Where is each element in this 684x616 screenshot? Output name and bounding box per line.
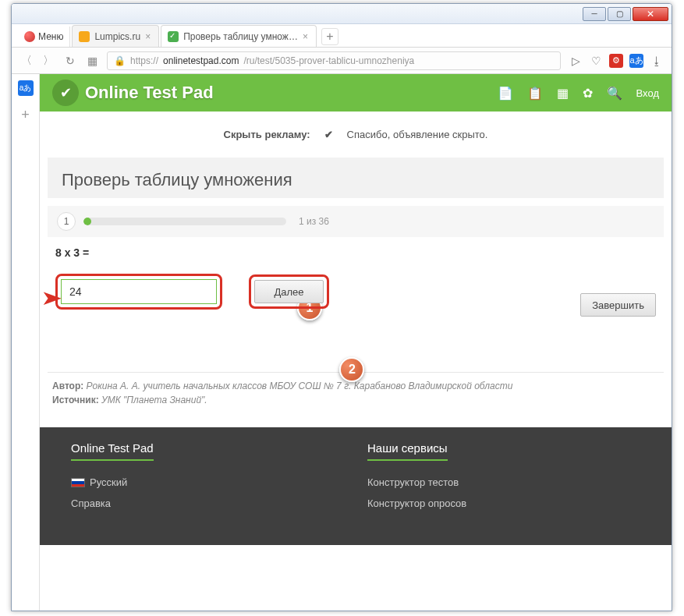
- progress-row: 1 1 из 36: [48, 206, 664, 237]
- login-link[interactable]: Вход: [636, 87, 659, 99]
- body-area: aあ + ✔ Online Test Pad 📄 📋 ▦ ✿ 🔍 Вход: [12, 74, 672, 611]
- download-icon[interactable]: ⭳: [650, 54, 664, 68]
- test-title-panel: Проверь таблицу умножения: [48, 158, 664, 198]
- tab-strip: Меню Lumpics.ru × Проверь таблицу умнож……: [12, 24, 672, 48]
- service-tests-link[interactable]: Конструктор тестов: [367, 472, 601, 493]
- author-label: Автор:: [52, 381, 83, 391]
- search-icon[interactable]: 🔍: [607, 86, 622, 101]
- extension-icon[interactable]: ⚙: [609, 54, 623, 68]
- forward-button[interactable]: 〉: [41, 54, 55, 68]
- service-surveys-link[interactable]: Конструктор опросов: [367, 493, 601, 514]
- url-scheme: https://: [130, 55, 158, 66]
- new-tab-button[interactable]: +: [321, 28, 338, 45]
- tab-label: Проверь таблицу умнож…: [183, 31, 298, 42]
- tab-close-icon[interactable]: ×: [145, 31, 151, 42]
- answer-wrap: 1: [55, 274, 222, 310]
- page-content: ✔ Online Test Pad 📄 📋 ▦ ✿ 🔍 Вход Скрыть …: [40, 74, 672, 611]
- progress-text: 1 из 36: [299, 216, 329, 227]
- help-link[interactable]: Справка: [71, 493, 305, 514]
- next-wrap: Далее 2: [249, 274, 328, 309]
- url-path: /ru/test/5035-prover-tablicu-umnozheniya: [243, 55, 414, 66]
- ad-thanks: Спасибо, объявление скрыто.: [347, 129, 488, 140]
- browser-window: ─ ▢ ✕ Меню Lumpics.ru × Проверь таблицу …: [11, 3, 672, 611]
- favicon-icon: [168, 31, 179, 42]
- source-row: Источник: УМК "Планета Знаний".: [52, 395, 659, 405]
- translate-icon[interactable]: aあ: [629, 54, 643, 68]
- tab-lumpics[interactable]: Lumpics.ru ×: [72, 25, 159, 47]
- close-button[interactable]: ✕: [633, 7, 668, 21]
- opera-icon: [24, 31, 35, 42]
- next-button[interactable]: Далее: [254, 280, 323, 303]
- ad-notice: Скрыть рекламу: ✔ Спасибо, объявление ск…: [40, 112, 672, 154]
- sidebar-translate-icon[interactable]: aあ: [18, 80, 34, 96]
- toolbar-right: ▷ ♡ ⚙ aあ ⭳: [569, 54, 664, 68]
- header-nav: 📄 📋 ▦ ✿ 🔍 Вход: [498, 86, 659, 101]
- menu-label: Меню: [38, 31, 63, 42]
- author-row: Автор: Рокина А. А. учитель начальных кл…: [52, 381, 659, 391]
- test-title: Проверь таблицу умножения: [62, 170, 650, 190]
- question-area: 8 x 3 = 1 Далее 2 Завершить: [40, 237, 672, 325]
- question-text: 8 x 3 =: [55, 246, 656, 259]
- speed-dial-button[interactable]: ▦: [85, 55, 99, 67]
- site-footer: Online Test Pad Русский Справка Наши сер…: [40, 427, 672, 545]
- footer-col-2: Наши сервисы Конструктор тестов Конструк…: [367, 441, 601, 514]
- lock-icon: 🔒: [114, 55, 126, 66]
- lang-link[interactable]: Русский: [71, 472, 305, 493]
- favicon-icon: [79, 31, 90, 42]
- grid-icon[interactable]: ▦: [557, 86, 569, 101]
- back-button[interactable]: 〈: [19, 54, 34, 68]
- vpn-icon[interactable]: ▷: [569, 54, 583, 68]
- question-number: 1: [57, 212, 76, 231]
- author-text: Рокина А. А. учитель начальных классов М…: [87, 381, 513, 391]
- maximize-button[interactable]: ▢: [608, 7, 631, 21]
- footer-head-2: Наши сервисы: [367, 441, 448, 461]
- finish-button[interactable]: Завершить: [580, 293, 656, 317]
- check-icon: ✔: [324, 129, 333, 140]
- sidebar-add-button[interactable]: +: [21, 107, 30, 123]
- titlebar: ─ ▢ ✕: [12, 4, 672, 24]
- ad-hide-label: Скрыть рекламу:: [224, 129, 310, 140]
- footer-head-1: Online Test Pad: [71, 441, 154, 461]
- highlight-box-2: Далее: [249, 274, 328, 309]
- progress-fill: [83, 218, 91, 225]
- tab-close-icon[interactable]: ×: [303, 31, 308, 42]
- source-label: Источник:: [52, 395, 99, 405]
- content: Скрыть рекламу: ✔ Спасибо, объявление ск…: [40, 112, 672, 545]
- address-field[interactable]: 🔒 https://onlinetestpad.com/ru/test/5035…: [107, 51, 561, 70]
- opera-menu-button[interactable]: Меню: [18, 27, 70, 47]
- highlight-box-1: [55, 274, 222, 310]
- heart-icon[interactable]: ♡: [589, 54, 603, 68]
- logic-icon[interactable]: ✿: [583, 86, 593, 101]
- answer-input[interactable]: [61, 279, 217, 304]
- footer-col-1: Online Test Pad Русский Справка: [71, 441, 305, 514]
- site-logo[interactable]: ✔ Online Test Pad: [52, 80, 214, 106]
- minimize-button[interactable]: ─: [583, 7, 606, 21]
- flag-ru-icon: [71, 478, 85, 487]
- browser-sidebar: aあ +: [12, 74, 40, 611]
- url-host: onlinetestpad.com: [163, 55, 239, 66]
- logo-icon: ✔: [52, 80, 79, 106]
- reload-button[interactable]: ↻: [63, 55, 77, 67]
- tests-icon[interactable]: 📄: [498, 86, 513, 101]
- surveys-icon[interactable]: 📋: [527, 86, 543, 101]
- progress-bar: [83, 218, 286, 225]
- source-text: УМК "Планета Знаний".: [101, 395, 207, 405]
- tab-onlinetestpad[interactable]: Проверь таблицу умнож… ×: [161, 25, 317, 47]
- site-header: ✔ Online Test Pad 📄 📋 ▦ ✿ 🔍 Вход: [40, 74, 672, 112]
- url-bar: 〈 〉 ↻ ▦ 🔒 https://onlinetestpad.com/ru/t…: [12, 48, 672, 74]
- site-title: Online Test Pad: [85, 83, 214, 103]
- annotation-arrow-icon: ➤: [41, 286, 63, 310]
- tab-label: Lumpics.ru: [94, 31, 140, 42]
